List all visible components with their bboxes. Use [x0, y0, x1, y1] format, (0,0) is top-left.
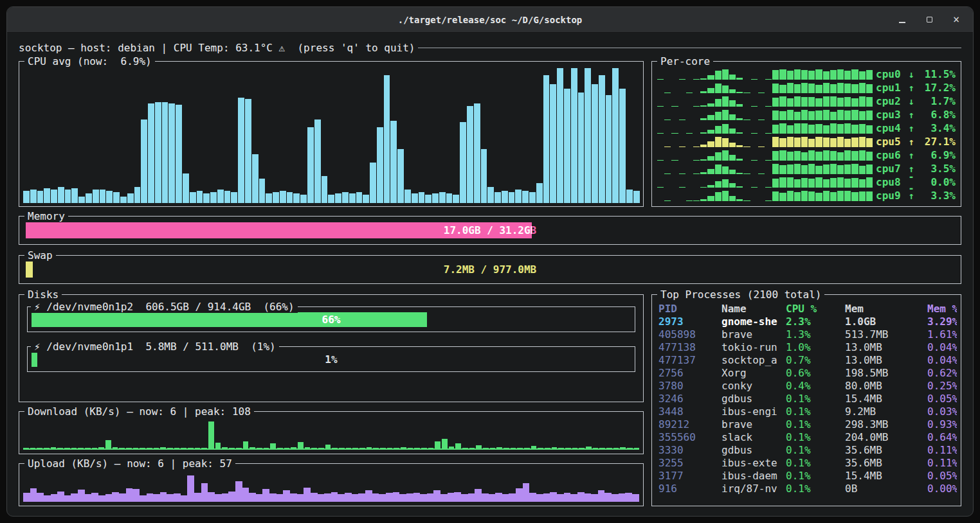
- upload-history-bar: [612, 494, 619, 502]
- core-history-bar: [808, 84, 815, 93]
- upload-history-bar: [324, 493, 331, 502]
- core-sparkline: [657, 110, 873, 120]
- upload-history-bar: [215, 494, 222, 502]
- upload-history-bar: [311, 493, 318, 502]
- core-history-bar: [722, 191, 729, 200]
- core-trend-icon: ↓: [906, 69, 916, 80]
- maximize-button[interactable]: [924, 15, 934, 25]
- download-history-bar: [167, 448, 173, 448]
- core-history-bar: [772, 137, 779, 146]
- core-history-bar: [801, 110, 808, 120]
- cpu-history-bar: [377, 127, 383, 203]
- download-history-bar: [30, 448, 36, 448]
- core-usage-value: 1.7%: [920, 95, 956, 107]
- download-history-bar: [188, 448, 194, 448]
- core-history-bar: [779, 165, 786, 173]
- upload-history-bar: [277, 494, 284, 502]
- core-usage-value: 11.5%: [920, 68, 956, 80]
- upload-history-bar: [372, 493, 379, 502]
- core-history-bar: [823, 83, 830, 93]
- download-history-bar: [147, 448, 152, 448]
- download-history-bar: [181, 448, 186, 448]
- core-history-bar: [844, 97, 851, 106]
- upload-history-bar: [440, 494, 448, 502]
- upload-history-bar: [57, 492, 64, 502]
- minimize-button[interactable]: [897, 15, 907, 25]
- upload-history-bar: [386, 493, 393, 502]
- core-history-bar: [729, 100, 736, 107]
- core-history-bar: [787, 177, 794, 188]
- core-history-bar: [830, 192, 837, 201]
- upload-history-bar: [591, 494, 598, 502]
- process-row: 3255ibus-exte0.1%35.6MB0.11%: [658, 457, 957, 470]
- core-history-bar: [772, 179, 779, 187]
- pid-cell: 477137: [658, 354, 721, 367]
- core-history-bar: [837, 124, 844, 133]
- core-history-bar: [787, 137, 794, 147]
- core-history-bar: [844, 111, 851, 120]
- upload-history-bar: [71, 493, 78, 502]
- core-history-bar: [787, 191, 794, 200]
- core-history-bar: [707, 115, 714, 120]
- cpu-history-bar: [176, 105, 182, 203]
- download-label: Download (KB/s) — now: 6 | peak: 108: [24, 405, 254, 418]
- meter-clip: 1%: [32, 352, 37, 367]
- upload-history-bar: [406, 493, 413, 502]
- core-history-bar: [866, 152, 873, 160]
- core-history-bar: [815, 98, 822, 107]
- download-history-bar: [634, 448, 640, 448]
- name-cell: gnome-she: [721, 315, 786, 328]
- maximize-icon: [927, 17, 932, 22]
- column-header: Mem: [845, 303, 927, 315]
- process-table-header: PIDNameCPU %MemMem %: [658, 303, 957, 315]
- download-history-bar: [579, 448, 585, 448]
- name-cell: socktop_a: [721, 354, 786, 367]
- upload-history-bar: [393, 492, 400, 502]
- cpu-history-bar: [495, 192, 501, 203]
- download-history-bar: [565, 448, 571, 448]
- upload-history-bar: [345, 493, 352, 502]
- name-cell: ibus-exte: [721, 457, 786, 470]
- upload-history-bar: [413, 493, 421, 502]
- upload-history-bar: [509, 493, 516, 502]
- mem-pct-cell: 0.03%: [927, 405, 957, 418]
- upload-history-bar: [557, 494, 564, 502]
- cpu-cell: 0.1%: [786, 418, 845, 431]
- core-history-bar: [837, 137, 844, 147]
- download-history-bar: [71, 448, 77, 448]
- download-history-bar: [359, 448, 365, 448]
- core-history-bar: [801, 83, 808, 93]
- process-row: 916irq/87-nv0.1%0B0.00%: [658, 483, 957, 495]
- core-history-bar: [722, 110, 729, 120]
- core-history-bar: [722, 96, 729, 106]
- upload-history-bar: [475, 489, 482, 502]
- close-button[interactable]: ×: [951, 15, 961, 25]
- core-history-bar: [765, 106, 772, 107]
- upload-history-bar: [256, 494, 263, 502]
- core-history-bar: [815, 69, 822, 80]
- upload-history-bar: [283, 490, 290, 502]
- upload-history-bar: [126, 488, 133, 502]
- process-row: 3448ibus-engi0.1%9.2MB0.03%: [658, 405, 957, 418]
- core-history-bar: [736, 173, 743, 174]
- status-divider: [418, 48, 962, 48]
- name-cell: gdbus: [721, 444, 786, 457]
- cpu-cell: 0.6%: [786, 367, 845, 380]
- download-history-bar: [284, 448, 290, 448]
- download-history-bar: [442, 439, 448, 449]
- mem-cell: 204.0MB: [845, 431, 927, 444]
- core-history-bar: [686, 200, 693, 201]
- download-history-bar: [524, 448, 530, 448]
- core-history-bar: [801, 178, 808, 187]
- download-history-bar: [291, 447, 296, 448]
- core-history-bar: [830, 123, 837, 133]
- cpu-history-bar: [578, 93, 585, 203]
- upload-history-bar: [91, 493, 98, 502]
- core-history-bar: [765, 187, 772, 188]
- cpu-history-bar: [564, 89, 570, 204]
- download-history-bar: [373, 448, 379, 448]
- download-history-bar: [586, 447, 592, 449]
- download-history-bar: [414, 448, 420, 448]
- core-history-bar: [772, 98, 779, 107]
- core-history-bar: [815, 137, 822, 147]
